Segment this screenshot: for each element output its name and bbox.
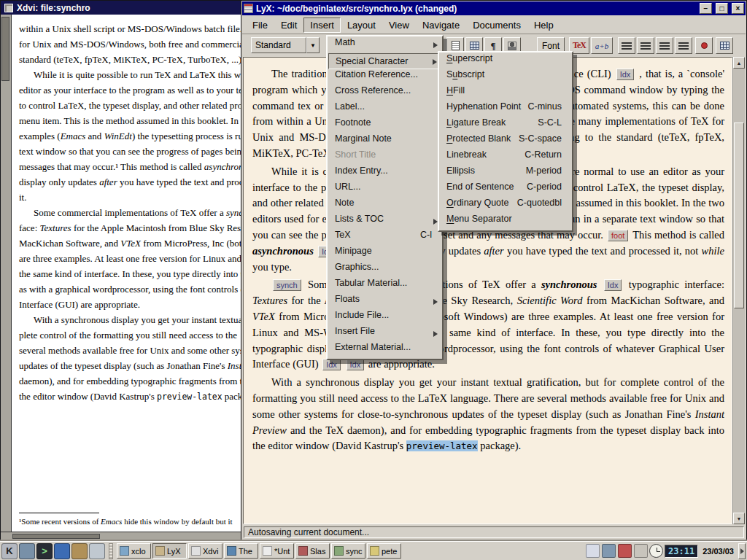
terminal-icon[interactable]: > xyxy=(36,543,53,559)
menu-item-tabular-material[interactable]: Tabular Material... xyxy=(328,278,441,294)
clock-date[interactable]: 23/03/03 xyxy=(700,547,737,556)
applet-icon[interactable] xyxy=(618,544,632,558)
inset-button[interactable]: Idx xyxy=(347,359,365,370)
text-segment: face: xyxy=(19,222,40,233)
description-icon[interactable] xyxy=(656,37,673,54)
show-desktop-icon[interactable] xyxy=(19,543,35,559)
menu-item-graphics[interactable]: Graphics... xyxy=(328,262,441,278)
menu-item-protected-blank[interactable]: Protected BlankS-C-space xyxy=(440,133,571,149)
menu-item-floats[interactable]: Floats xyxy=(328,294,441,310)
scroll-thumb[interactable] xyxy=(734,122,744,308)
klipper-icon[interactable] xyxy=(586,544,600,558)
maximize-button[interactable]: □ xyxy=(716,3,728,14)
task-button-pete[interactable]: pete xyxy=(367,543,401,559)
menu-item-marginal-note[interactable]: Marginal Note xyxy=(328,133,441,149)
menu-item-minipage[interactable]: Minipage xyxy=(328,246,441,262)
xdvi-horizontal-scroll-thumb[interactable] xyxy=(12,534,100,539)
menu-item-short-title[interactable]: Short Title xyxy=(328,149,441,166)
menu-item-label[interactable]: Label... xyxy=(328,101,441,117)
clock-face-icon[interactable] xyxy=(649,544,663,558)
menu-item-external-material[interactable]: External Material... xyxy=(328,342,441,358)
task-button-lyx[interactable]: LyX xyxy=(152,543,187,559)
xdvi-page-view[interactable]: within a Unix shell script or MS-DOS/Win… xyxy=(12,15,241,532)
menu-item-superscript[interactable]: Superscript xyxy=(440,53,571,69)
menu-item-hyphenation-point[interactable]: Hyphenation PointC-minus xyxy=(440,101,571,117)
menu-item-insert-file[interactable]: Insert File xyxy=(328,326,441,342)
text-segment: Interface (GUI) are appropriate. xyxy=(19,299,140,310)
math-mode-button[interactable]: a+b xyxy=(591,37,613,54)
task-button-slas[interactable]: Slas xyxy=(295,543,330,559)
menubar-item-help[interactable]: Help xyxy=(527,18,560,33)
panel-hide-button[interactable] xyxy=(738,543,746,559)
menu-item-tex[interactable]: TeXC-l xyxy=(328,230,441,246)
footnote-inset-button[interactable]: foot xyxy=(608,230,628,241)
menu-item-footnote[interactable]: Footnote xyxy=(328,117,441,133)
enumerate-icon[interactable] xyxy=(637,37,654,54)
layout-combo-value[interactable]: Standard xyxy=(251,37,306,53)
task-button-xdvi[interactable]: Xdvi xyxy=(188,543,222,559)
menu-item-ellipsis[interactable]: EllipsisM-period xyxy=(440,166,571,182)
menubar-item-documents[interactable]: Documents xyxy=(466,18,527,33)
menu-item-menu-separator[interactable]: Menu Separator xyxy=(440,214,571,230)
menubar-item-file[interactable]: File xyxy=(246,18,274,33)
xdvi-titlebar[interactable]: Xdvi: file:synchro xyxy=(1,1,241,15)
footnote-rule xyxy=(19,513,99,513)
help-icon[interactable] xyxy=(89,543,105,559)
status-message: Autosaving current document... xyxy=(244,526,744,538)
inset-button[interactable]: Idx xyxy=(616,69,635,80)
minimize-button[interactable]: − xyxy=(700,3,712,14)
inset-button[interactable]: Idx xyxy=(604,279,622,291)
menu-item-linebreak[interactable]: LinebreakC-Return xyxy=(440,149,571,166)
menu-item-end-of-sentence[interactable]: End of SentenceC-period xyxy=(440,182,571,198)
menu-item-ligature-break[interactable]: Ligature BreakS-C-L xyxy=(440,117,571,133)
k-menu-icon[interactable]: K xyxy=(1,543,18,559)
task-button-the[interactable]: The xyxy=(224,543,258,559)
xdvi-window-icon[interactable] xyxy=(4,4,13,12)
konqueror-icon[interactable] xyxy=(54,543,70,559)
digital-clock[interactable]: 23:11 xyxy=(665,545,698,558)
task-button-unt[interactable]: *Unt xyxy=(260,543,294,559)
scroll-down-icon[interactable]: ▼ xyxy=(733,513,745,524)
xdvi-vertical-scroll-thumb[interactable] xyxy=(1,17,9,81)
menu-item-ordinary-quote[interactable]: Ordinary QuoteC-quotedbl xyxy=(440,198,571,214)
menubar-item-navigate[interactable]: Navigate xyxy=(416,18,466,33)
menu-item-index-entry[interactable]: Index Entry... xyxy=(328,166,441,182)
menubar-item-view[interactable]: View xyxy=(382,18,416,33)
lyx-window-icon[interactable] xyxy=(244,4,253,13)
applet-handle[interactable] xyxy=(109,543,113,559)
layout-combo[interactable]: Standard ▼ xyxy=(251,37,320,53)
menu-item-hfill[interactable]: HFill xyxy=(440,85,571,101)
speaker-icon[interactable] xyxy=(634,544,648,558)
itemize-icon[interactable] xyxy=(618,37,635,54)
menu-item-cross-reference[interactable]: Cross Reference... xyxy=(328,85,441,101)
menu-item-shortcut: S-C-L xyxy=(538,117,562,128)
document-scrollbar[interactable]: ▲ ▼ xyxy=(732,57,745,524)
menu-item-lists-toc[interactable]: Lists & TOC xyxy=(328,214,441,230)
inset-button[interactable]: Idx xyxy=(322,359,341,370)
menu-item-note[interactable]: Note xyxy=(328,198,441,214)
menu-item-special-character[interactable]: Special Character xyxy=(328,53,441,69)
xdvi-vertical-scrollbar[interactable] xyxy=(1,15,12,532)
menubar-item-layout[interactable]: Layout xyxy=(341,18,382,33)
task-button-xclo[interactable]: xclo xyxy=(117,543,151,559)
menu-item-include-file[interactable]: Include File... xyxy=(328,310,441,326)
monitor-icon[interactable] xyxy=(602,544,616,558)
menu-item-math[interactable]: Math xyxy=(328,37,441,53)
lyx-titlebar[interactable]: LyX: ~/doc/beginlatex/src/synchro.lyx (c… xyxy=(242,1,746,15)
combo-dropdown-icon[interactable]: ▼ xyxy=(306,37,320,53)
menu-item-url[interactable]: URL... xyxy=(328,182,441,198)
note-icon[interactable] xyxy=(695,37,713,54)
menubar-item-edit[interactable]: Edit xyxy=(274,18,303,33)
xdvi-horizontal-scrollbar[interactable] xyxy=(1,532,241,540)
close-button[interactable]: × xyxy=(732,3,744,14)
submenu-arrow-icon xyxy=(433,42,438,48)
depth-icon[interactable] xyxy=(675,37,692,54)
menubar-item-insert[interactable]: Insert xyxy=(303,18,341,33)
menu-item-citation-reference[interactable]: Citation Reference... xyxy=(328,69,441,85)
inset-button[interactable]: synch xyxy=(273,279,301,291)
mail-icon[interactable] xyxy=(71,543,88,559)
menu-item-subscript[interactable]: Subscript xyxy=(440,69,571,85)
scroll-up-icon[interactable]: ▲ xyxy=(733,57,745,69)
task-button-sync[interactable]: sync xyxy=(331,543,365,559)
insert-table-icon[interactable] xyxy=(716,37,733,54)
